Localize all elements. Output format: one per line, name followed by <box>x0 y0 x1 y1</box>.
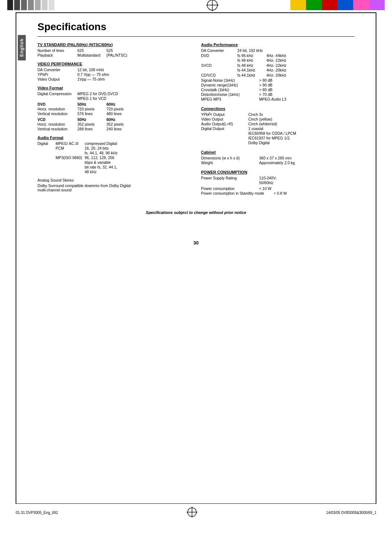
af-mp3-row3: bit rate fs, 32, 44.1, <box>56 165 117 169</box>
dvd-horiz-label: Horiz. resolution <box>37 107 77 111</box>
conn-iec1-val: IEC60958 for CDDA / LPCM <box>248 131 296 135</box>
dvd-table: DVD 50Hz 60Hz Horiz. resolution 720 pixe… <box>37 102 191 116</box>
af-mp3-spacer <box>56 160 85 165</box>
dvd-horiz-val2: 720 pixels <box>106 107 123 111</box>
ap-da-val: 24 bit, 192 kHz <box>237 48 263 53</box>
af-mpeg-row: MPEG/ AC-3/ compressed Digital <box>56 141 117 146</box>
cabinet-weight-val: Approximately 2.0 kg <box>259 161 295 165</box>
color-block-pink <box>353 0 369 10</box>
af-mp3-val: 96, 112, 128, 256 <box>85 155 114 160</box>
af-pcm-row2: fs, 44.1, 48, 96 kHz <box>56 151 117 155</box>
tv-standard-row-1: Number of lines 625 525 <box>37 48 191 53</box>
power-supply-hz-row: 50/60Hz <box>201 181 355 185</box>
power-supply-label: Power Supply Rating <box>201 176 259 180</box>
ap-cdvcd-hz: fs 44.1kHz <box>237 73 266 77</box>
page-number: 30 <box>16 240 376 246</box>
conn-ypbpr-label: YPbPr Output <box>201 112 248 117</box>
conn-video-row: Video Output Cinch (yellow) <box>201 117 355 121</box>
af-mp3-row: MP3(ISO 9660) 96, 112, 128, 256 <box>56 155 117 160</box>
footer-note: Specifications subject to change without… <box>37 210 355 215</box>
ap-svcd-hz1: fs 48 kHz <box>237 63 266 68</box>
cabinet-heading: Cabinet <box>201 150 355 154</box>
vcd-horiz-val2: 352 pixels <box>106 122 123 126</box>
af-pcm-spacer <box>56 151 85 155</box>
af-pcm-row: PCM 16, 20, 24 bits <box>56 146 117 150</box>
cabinet-weight-row: Weight Approximately 2.0 kg <box>201 161 355 165</box>
ap-svcd-hz2: fs 44.1kHz <box>237 68 266 72</box>
af-mp3-val3: bit rate fs, 32, 44.1, <box>85 165 117 169</box>
stripe-4 <box>28 0 34 10</box>
tv-lines-val1: 625 <box>77 48 106 53</box>
vp-ypbpr-label: YPbPr <box>37 72 77 77</box>
ap-cdvcd-row: CD/VCD fs 44.1kHz 4Hz- 20kHz <box>201 73 355 77</box>
connections-heading: Connections <box>201 106 355 111</box>
ap-dist-val: > 70 dB <box>259 92 273 97</box>
af-mp3-val4: 48 kHz <box>85 170 97 174</box>
vp-da-label: DA Converter <box>37 68 77 72</box>
ap-sn-val: > 90 dB <box>259 78 273 82</box>
conn-video-label: Video Output <box>201 117 248 121</box>
video-format-section: Video Format Digital Compression MPEG 2 … <box>37 86 191 131</box>
ap-dist-label: Distortion/noise (1kHz) <box>201 92 259 97</box>
ap-dvd-hz2: fs 48 kHz <box>237 58 266 62</box>
ap-sn-row: Signal-Noise (1kHz) > 90 dB <box>201 78 355 82</box>
conn-digital-val: 1 coaxial <box>248 126 263 131</box>
vcd-horiz-row: Horiz. resolution 352 pixels 352 pixels <box>37 122 191 126</box>
tv-playback-val1: Multistandard <box>77 53 106 57</box>
left-border <box>16 13 16 503</box>
tv-standard-row-2: Playback Multistandard (PAL/NTSC) <box>37 53 191 57</box>
tv-standard-heading: TV STANDARD (PAL/50Hz) (NTSC/60Hz) <box>37 42 191 47</box>
conn-iec2-spacer <box>201 136 248 140</box>
vcd-header-row: VCD 50Hz 60Hz <box>37 117 191 122</box>
conn-dolby-spacer <box>201 141 248 145</box>
power-consumption-heading: POWER CONSUMPTION <box>201 170 355 174</box>
tv-playback-label: Playback <box>37 53 77 57</box>
vf-dc-val1: MPEG 2 for DVD,SVCD <box>77 92 118 96</box>
video-performance-section: VIDEO PERFORMANCE DA Converter 12 bit, 1… <box>37 62 191 81</box>
dvd-horiz-row: Horiz. resolution 720 pixels 720 pixels <box>37 107 191 111</box>
af-mpeg-sub: MPEG/ AC-3/ <box>56 141 85 146</box>
dolby-note-2: multi-channel sound <box>37 188 191 192</box>
vf-dc-row-2: MPEG 1 for VCD <box>37 96 191 101</box>
power-consumption-val: < 10 W <box>259 186 271 191</box>
ap-dr-val: > 90 dB <box>259 83 273 87</box>
dvd-label: DVD <box>37 102 77 106</box>
stripe-3 <box>21 0 27 10</box>
dvd-vert-val2: 480 lines <box>106 112 122 116</box>
vp-video-label: Video Output <box>37 77 77 81</box>
vcd-horiz-val1: 352 pixels <box>77 122 106 126</box>
ap-cdvcd-label: CD/VCD <box>201 73 237 77</box>
color-block-blue <box>338 0 353 10</box>
page-frame: English Specifications TV STANDARD (PAL/… <box>16 13 376 503</box>
ap-ct-row: Crosstalk (1kHz) > 80 dB <box>201 88 355 92</box>
ap-dvd-row2: fs 48 kHz 4Hz- 22kHz <box>201 58 355 62</box>
af-pcm-val: 16, 20, 24 bits <box>85 146 109 150</box>
ap-da-label: DA Converter <box>201 48 237 53</box>
footer-left-text: 01-31 DVP3005_Eng_692 <box>16 511 58 515</box>
vp-video-val: 1Vpp — 75 ohm <box>77 77 105 81</box>
conn-dolby-val: Dolby Digital <box>248 141 270 145</box>
color-block-red <box>322 0 338 10</box>
ap-sn-label: Signal-Noise (1kHz) <box>201 78 259 82</box>
power-supply-val: 110-240V; <box>259 176 277 180</box>
right-border <box>376 13 376 503</box>
power-supply-hz-spacer <box>201 181 259 185</box>
af-mpeg-val: compressed Digital <box>85 141 117 146</box>
color-block-purple <box>369 0 385 10</box>
ap-mp3-label: MPEG MP3 <box>201 97 259 101</box>
two-column-layout: TV STANDARD (PAL/50Hz) (NTSC/60Hz) Numbe… <box>37 42 355 196</box>
ap-dvd-range1: 4Hz- 44kHz <box>266 53 286 58</box>
af-mp3-spacer3 <box>56 170 85 174</box>
ap-dvd-label: DVD <box>201 53 237 58</box>
vp-da-val: 12 bit, 108 mHz <box>77 68 104 72</box>
connections-section: Connections YPbPr Output Cinch 3x Video … <box>201 106 355 145</box>
vcd-label: VCD <box>37 117 77 122</box>
power-standby-label: Power consumption in Standby mode <box>201 191 274 195</box>
bottom-footer: 01-31 DVP3005_Eng_692 14/03/05 DVB3005&3… <box>16 505 376 520</box>
vp-ypbpr-val: 0.7 Vpp — 75 ohm <box>77 72 109 77</box>
conn-iec2-row: IEC61937 for MPEG 1/2, <box>201 136 355 140</box>
conn-iec1-spacer <box>201 131 248 135</box>
power-standby-val: < 0.8 W <box>274 191 287 195</box>
power-supply-row: Power Supply Rating 110-240V; <box>201 176 355 180</box>
vf-dc-label: Digital Compression <box>37 92 77 96</box>
